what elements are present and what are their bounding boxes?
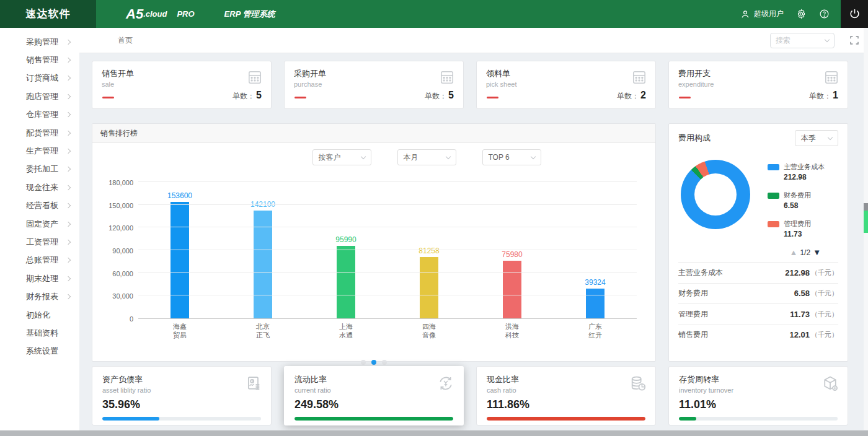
expense-row: 管理费用11.73（千元）	[678, 303, 838, 325]
logout-power-button[interactable]	[841, 0, 868, 28]
ratio-card[interactable]: 现金比率cash ratio111.86%	[476, 366, 656, 425]
expense-period-select[interactable]: 本季	[795, 130, 838, 146]
sidebar-item[interactable]: 配货管理	[0, 124, 79, 142]
expense-row: 财务费用6.58（千元）	[678, 283, 838, 304]
carousel-dot[interactable]	[361, 360, 366, 365]
pager-down-icon[interactable]: ▼	[813, 248, 821, 257]
y-axis-tick-label: 180,000	[100, 179, 133, 186]
ratio-card[interactable]: 流动比率current ratio249.58%	[284, 366, 464, 425]
stat-card[interactable]: 费用开支expenditure单数：1	[668, 61, 848, 109]
carousel-dot[interactable]	[371, 360, 376, 365]
sidebar-item[interactable]: 固定资产	[0, 215, 79, 233]
stat-card-subtitle: purchase	[294, 81, 454, 88]
count-label: 单数：	[232, 92, 255, 100]
gridline	[138, 204, 637, 205]
sidebar-item[interactable]: 财务报表	[0, 287, 79, 305]
settings-gear-icon[interactable]	[796, 9, 807, 19]
expense-row-unit: （千元）	[811, 289, 838, 298]
scrollbar-thumb-accent[interactable]	[864, 211, 868, 233]
bar[interactable]	[170, 202, 189, 318]
ratio-card[interactable]: 资产负债率asset liblity ratio35.96%	[92, 366, 272, 425]
user-menu[interactable]: 超级用户	[740, 9, 784, 19]
stat-card[interactable]: 领料单pick sheet单数：2	[476, 61, 656, 109]
sidebar-item-label: 销售管理	[26, 54, 66, 66]
sidebar-item[interactable]: 订货商城	[0, 69, 79, 87]
stat-card[interactable]: 采购开单purchase单数：5	[284, 61, 464, 109]
chevron-right-icon	[66, 276, 71, 281]
sales-filter-select[interactable]: 本月	[397, 149, 456, 165]
sidebar-item-label: 仓库管理	[26, 109, 66, 120]
chevron-right-icon	[66, 94, 71, 99]
chevron-down-icon	[445, 154, 450, 159]
expense-row-value: 212.98	[785, 268, 810, 277]
trend-dash	[487, 97, 498, 98]
sales-ranking-panel: 销售排行榜 按客户本月TOP 6 15360014210095990812587…	[92, 123, 656, 362]
stat-card-count: 单数：5	[425, 90, 454, 102]
expense-row-unit: （千元）	[811, 330, 838, 339]
legend-swatch	[768, 193, 779, 199]
sidebar-item[interactable]: 采购管理	[0, 33, 79, 51]
sidebar-item[interactable]: 工资管理	[0, 233, 79, 251]
sales-filter-select[interactable]: TOP 6	[482, 149, 541, 165]
bar[interactable]	[503, 261, 521, 318]
gridline	[138, 295, 637, 295]
bar[interactable]	[586, 289, 604, 318]
sidebar-item[interactable]: 基础资料	[0, 324, 79, 342]
help-icon[interactable]	[819, 9, 830, 19]
search-select[interactable]	[770, 33, 835, 48]
sidebar-item[interactable]: 期末处理	[0, 269, 79, 287]
stat-card-title: 领料单	[486, 68, 646, 79]
trend-dash	[294, 97, 306, 98]
legend-label: 管理费用	[784, 220, 811, 227]
expense-row: 主营业务成本212.98（千元）	[678, 262, 838, 283]
ratio-card-subtitle: cash ratio	[487, 386, 645, 394]
bottom-edge	[0, 430, 868, 436]
stat-card[interactable]: 销售开单sale单数：5	[92, 61, 272, 109]
gridline	[138, 272, 637, 273]
ratio-card-subtitle: current ratio	[294, 386, 453, 394]
select-value: TOP 6	[489, 153, 510, 162]
fullscreen-button[interactable]	[849, 35, 859, 45]
trend-dash	[102, 97, 114, 98]
ratio-card-value: 35.96%	[102, 398, 261, 411]
main-content: 首页 销售开单sale单数：5采购开单purchase单数：5领料单pick s…	[79, 28, 868, 436]
breadcrumb-home-tab[interactable]: 首页	[118, 35, 133, 46]
progress-track	[487, 417, 645, 421]
carousel-dot[interactable]	[382, 360, 387, 365]
scrollbar-thumb[interactable]	[864, 203, 868, 211]
carousel-dots	[92, 360, 655, 365]
sidebar-item[interactable]: 委托加工	[0, 160, 79, 178]
chevron-right-icon	[66, 149, 71, 154]
sidebar-item[interactable]: 初始化	[0, 306, 79, 324]
user-name: 超级用户	[754, 9, 784, 19]
sidebar-item[interactable]: 经营看板	[0, 197, 79, 215]
sidebar-item[interactable]: 现金往来	[0, 178, 79, 196]
ratio-cards-row: 资产负债率asset liblity ratio35.96%流动比率curren…	[92, 366, 848, 425]
stat-card-count: 单数：2	[617, 90, 646, 102]
bar[interactable]	[337, 246, 355, 318]
gridline	[138, 181, 637, 182]
coins-icon	[629, 375, 647, 392]
chevron-right-icon	[66, 58, 71, 63]
stat-card-title: 采购开单	[294, 68, 454, 79]
sidebar-item[interactable]: 销售管理	[0, 51, 79, 69]
ratio-card[interactable]: 存货周转率inventory turnover11.01%	[668, 366, 848, 425]
chevron-right-icon	[66, 39, 71, 44]
sales-filter-select[interactable]: 按客户	[312, 149, 371, 165]
sidebar-item[interactable]: 跑店管理	[0, 87, 79, 105]
sidebar-item[interactable]: 系统设置	[0, 342, 79, 360]
ratio-card-subtitle: asset liblity ratio	[102, 386, 261, 394]
search-input[interactable]	[776, 36, 819, 45]
sidebar-item[interactable]: 总账管理	[0, 251, 79, 269]
chevron-right-icon	[66, 130, 71, 135]
scrollbar[interactable]	[864, 28, 868, 430]
sidebar-item[interactable]: 生产管理	[0, 142, 79, 160]
sidebar-item[interactable]: 仓库管理	[0, 106, 79, 124]
expense-row: 销售费用12.01（千元）	[678, 325, 838, 346]
pager-up-icon[interactable]: ▲	[790, 248, 798, 257]
chevron-right-icon	[66, 221, 71, 226]
bar[interactable]	[420, 257, 438, 318]
sales-bar-chart: 15360014210095990812587598039324 海鑫 贸易北京…	[100, 175, 647, 338]
legend-swatch	[768, 221, 779, 227]
bar-slot: 153600	[138, 183, 221, 318]
